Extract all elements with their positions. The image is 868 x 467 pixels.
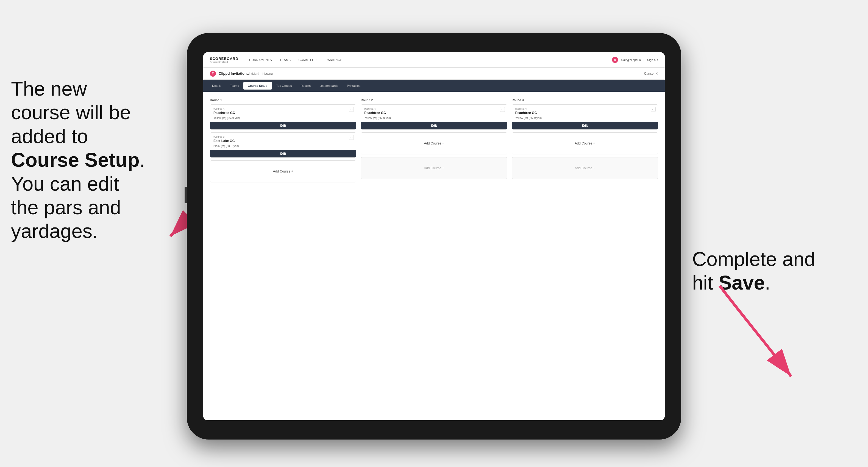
round-2-course-a-name: Peachtree GC <box>364 111 386 115</box>
tablet-screen: SCOREBOARD Powered by clippd TOURNAMENTS… <box>203 52 665 420</box>
course-a-label: (Course A) <box>213 107 353 110</box>
round-2-course-a-delete[interactable]: ○ <box>500 107 505 112</box>
round-1-add-course-text: Add Course + <box>273 169 293 173</box>
tab-details[interactable]: Details <box>208 82 226 90</box>
logo-title: SCOREBOARD <box>210 57 239 61</box>
round-1-course-a-details: Yellow (M) (6629 yds) <box>213 117 240 120</box>
tab-printables[interactable]: Printables <box>343 82 365 90</box>
rounds-container: Round 1 (Course A) Peachtree GC Yellow (… <box>210 98 658 185</box>
user-area: B blair@clippd.io | Sign out <box>612 57 658 63</box>
round-3-course-a-delete[interactable]: ○ <box>651 107 656 112</box>
round-1-label: Round 1 <box>210 98 356 102</box>
tab-leaderboards[interactable]: Leaderboards <box>315 82 343 90</box>
sub-nav: Details Teams Course Setup Tee Groups Re… <box>203 80 665 92</box>
annotation-left: The new course will be added to Course S… <box>11 77 170 243</box>
round-2-course-a-details: Yellow (M) (6629 yds) <box>364 117 391 120</box>
main-content: Round 1 (Course A) Peachtree GC Yellow (… <box>203 92 665 420</box>
top-nav: SCOREBOARD Powered by clippd TOURNAMENTS… <box>203 52 665 68</box>
round-1-course-b-header: (Course B) East Lake GC Black (M) (6891 … <box>210 133 356 150</box>
round-3-course-a-name: Peachtree GC <box>515 111 537 115</box>
nav-committee[interactable]: COMMITTEE <box>299 58 318 62</box>
round-1-course-a-edit[interactable]: Edit <box>210 122 356 129</box>
round-2-course-a-edit[interactable]: Edit <box>361 122 507 129</box>
round-2-course-a-label: (Course A) <box>364 107 503 110</box>
round-2-column: Round 2 (Course A) Peachtree GC Yellow (… <box>361 98 507 185</box>
round-3-label: Round 3 <box>512 98 658 102</box>
round-1-course-a-name: Peachtree GC <box>213 111 235 115</box>
round-1-course-b-delete[interactable]: ○ <box>349 135 354 140</box>
nav-links: TOURNAMENTS TEAMS COMMITTEE RANKINGS <box>247 58 612 62</box>
nav-rankings[interactable]: RANKINGS <box>326 58 342 62</box>
round-1-course-b-edit[interactable]: Edit <box>210 150 356 157</box>
round-2-add-course-2: Add Course + <box>361 157 507 179</box>
round-3-column: Round 3 (Course A) Peachtree GC Yellow (… <box>512 98 658 185</box>
round-3-add-course-2-text: Add Course + <box>575 166 595 170</box>
sign-out-link[interactable]: Sign out <box>647 58 658 62</box>
tablet-frame: SCOREBOARD Powered by clippd TOURNAMENTS… <box>187 33 681 439</box>
round-2-add-course-2-text: Add Course + <box>424 166 444 170</box>
round-3-add-course-2: Add Course + <box>512 157 658 179</box>
round-3-course-a-details: Yellow (M) (6629 yds) <box>515 117 542 120</box>
scoreboard-logo: SCOREBOARD Powered by clippd <box>210 57 239 63</box>
user-avatar: B <box>612 57 618 63</box>
round-3-course-a-card: (Course A) Peachtree GC Yellow (M) (6629… <box>512 104 658 130</box>
cancel-button[interactable]: Cancel ✕ <box>644 72 658 75</box>
tab-course-setup[interactable]: Course Setup <box>243 82 272 90</box>
round-1-course-a-delete[interactable]: ○ <box>349 107 354 112</box>
round-1-column: Round 1 (Course A) Peachtree GC Yellow (… <box>210 98 356 185</box>
round-2-add-course-1[interactable]: Add Course + <box>361 132 507 154</box>
tab-tee-groups[interactable]: Tee Groups <box>272 82 297 90</box>
tournament-bar: C Clippd Invitational (Men) Hosting Canc… <box>203 68 665 80</box>
nav-tournaments[interactable]: TOURNAMENTS <box>247 58 272 62</box>
course-b-label: (Course B) <box>213 135 353 138</box>
tab-teams[interactable]: Teams <box>226 82 243 90</box>
round-3-course-a-edit[interactable]: Edit <box>512 122 658 129</box>
user-email: blair@clippd.io <box>621 58 641 62</box>
right-arrow <box>692 280 813 390</box>
hosting-badge: Hosting <box>262 72 273 75</box>
round-1-course-b-card: (Course B) East Lake GC Black (M) (6891 … <box>210 132 356 158</box>
round-2-course-a-card: (Course A) Peachtree GC Yellow (M) (6629… <box>361 104 507 130</box>
round-3-course-a-header: (Course A) Peachtree GC Yellow (M) (6629… <box>512 105 658 122</box>
nav-teams[interactable]: TEAMS <box>280 58 290 62</box>
tournament-gender: (Men) <box>251 72 259 75</box>
tab-results[interactable]: Results <box>296 82 315 90</box>
tournament-icon: C <box>210 71 216 76</box>
round-1-course-b-details: Black (M) (6891 yds) <box>213 145 239 148</box>
round-3-course-a-label: (Course A) <box>515 107 655 110</box>
round-1-course-a-header: (Course A) Peachtree GC Yellow (M) (6629… <box>210 105 356 122</box>
tournament-name: Clippd Invitational <box>219 71 250 75</box>
annotation-right: Complete and hit Save. <box>692 247 818 295</box>
round-2-label: Round 2 <box>361 98 507 102</box>
round-1-course-a-card: (Course A) Peachtree GC Yellow (M) (6629… <box>210 104 356 130</box>
round-2-add-course-1-text: Add Course + <box>424 142 444 145</box>
round-1-add-course[interactable]: Add Course + <box>210 160 356 182</box>
round-2-course-a-header: (Course A) Peachtree GC Yellow (M) (6629… <box>361 105 507 122</box>
round-1-course-b-name: East Lake GC <box>213 139 235 143</box>
round-3-add-course-1-text: Add Course + <box>575 142 595 145</box>
round-3-add-course-1[interactable]: Add Course + <box>512 132 658 154</box>
logo-subtitle: Powered by clippd <box>210 61 239 63</box>
